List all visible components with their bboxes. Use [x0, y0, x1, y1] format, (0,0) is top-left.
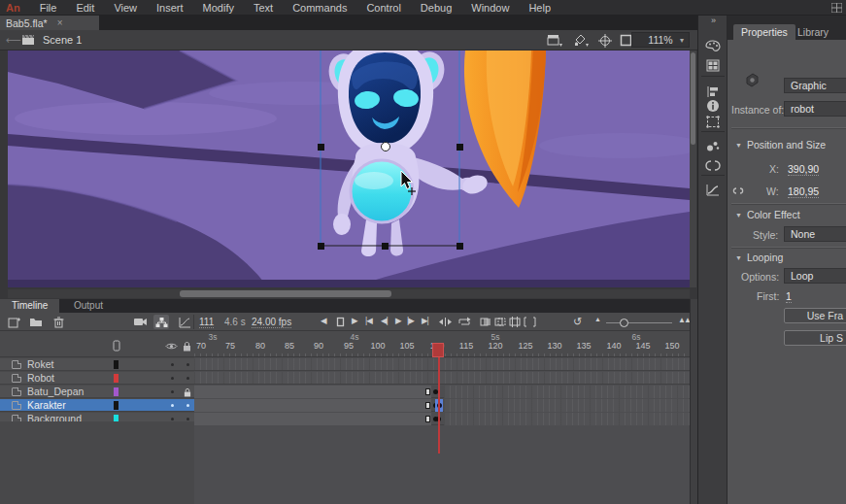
frame-span-end-marker[interactable]: [425, 402, 430, 409]
show-hide-all-layers-icon[interactable]: [165, 342, 178, 351]
layer-locked-icon[interactable]: [184, 387, 191, 397]
scrollbar-handle[interactable]: [691, 52, 695, 145]
new-layer-button[interactable]: [6, 315, 21, 329]
cc-libraries-panel-icon[interactable]: [704, 156, 722, 174]
transform-point[interactable]: [382, 143, 390, 151]
menu-text[interactable]: Text: [244, 2, 283, 14]
back-arrow-icon[interactable]: ⟵: [6, 34, 21, 47]
step-forward-frame-icon[interactable]: ▶: [352, 316, 357, 325]
selection-handle-bottom-center[interactable]: [382, 243, 389, 250]
layer-row-roket[interactable]: Roket: [0, 358, 194, 371]
timeline-frames-area[interactable]: 3s 4s 5s 6s 70 75 80 85 90 95 100 105 11…: [194, 331, 690, 504]
menu-view[interactable]: View: [104, 2, 147, 14]
section-collapse-icon[interactable]: ▼: [735, 142, 742, 149]
edit-scene-icon[interactable]: [547, 34, 562, 49]
current-frame-field[interactable]: 111: [199, 317, 214, 328]
close-document-icon[interactable]: ×: [57, 17, 63, 28]
tab-properties[interactable]: Properties: [733, 24, 795, 40]
x-value[interactable]: 390,90: [788, 163, 819, 176]
layer-lock-dot[interactable]: [186, 363, 189, 366]
frames-row-background[interactable]: [194, 413, 690, 425]
onion-skin-outlines-icon[interactable]: [492, 315, 508, 329]
w-value[interactable]: 180,95: [788, 185, 819, 198]
step-back-frame-icon[interactable]: ◀: [321, 316, 326, 325]
go-to-last-frame-button[interactable]: ▶|: [422, 316, 428, 325]
symbol-type-select[interactable]: Graphic: [784, 78, 846, 93]
layer-visibility-dot[interactable]: [171, 404, 174, 407]
layer-lock-dot[interactable]: [186, 404, 189, 407]
playhead-marker[interactable]: [432, 343, 444, 357]
instance-name-field[interactable]: robot: [784, 101, 846, 117]
menu-window[interactable]: Window: [461, 2, 519, 14]
layer-outline-color-swatch[interactable]: [114, 401, 118, 410]
center-playhead-button[interactable]: [437, 315, 453, 329]
menu-control[interactable]: Control: [356, 2, 410, 14]
stage-canvas[interactable]: [8, 50, 690, 287]
layer-outline-color-swatch[interactable]: [114, 387, 118, 396]
selection-handle-left[interactable]: [318, 144, 324, 151]
lip-syncing-button[interactable]: Lip S: [784, 330, 846, 346]
first-frame-value[interactable]: 1: [786, 290, 792, 303]
brush-library-panel-icon[interactable]: [704, 137, 722, 154]
workspace-switcher-icon[interactable]: [831, 3, 842, 13]
center-stage-icon[interactable]: [598, 34, 612, 50]
menu-help[interactable]: Help: [519, 2, 560, 14]
selection-handle-bottom-left[interactable]: [318, 243, 324, 250]
add-camera-button[interactable]: [132, 315, 148, 329]
delete-layer-button[interactable]: [51, 315, 66, 329]
edit-symbols-icon[interactable]: [573, 34, 589, 49]
step-forward-button[interactable]: |▶: [407, 316, 414, 325]
playhead-line[interactable]: [438, 357, 440, 454]
link-width-height-icon[interactable]: [729, 182, 747, 199]
motion-editor-panel-icon[interactable]: [704, 181, 722, 198]
onion-skin-icon[interactable]: [478, 315, 493, 329]
layer-row-batu-depan[interactable]: Batu_Depan: [0, 386, 194, 398]
lock-unlock-all-layers-icon[interactable]: [183, 341, 191, 352]
frame-rate-field[interactable]: 24.00 fps: [252, 317, 291, 328]
stage-horizontal-scrollbar[interactable]: [8, 289, 690, 298]
timeline-zoom-out-icon[interactable]: ▲: [594, 316, 601, 322]
show-parenting-view-button[interactable]: [153, 315, 169, 329]
color-panel-icon[interactable]: [704, 38, 722, 55]
document-tab[interactable]: Bab5.fla* ×: [0, 16, 99, 30]
timeline-vertical-scrollbar[interactable]: [690, 299, 697, 504]
menu-file[interactable]: File: [30, 2, 67, 14]
step-back-button[interactable]: ◀|: [381, 316, 388, 325]
layer-visibility-dot[interactable]: [171, 390, 174, 393]
collapse-panels-icon[interactable]: »: [711, 16, 715, 25]
frame-view-graph-button[interactable]: [177, 315, 192, 329]
loop-options-select[interactable]: Loop: [784, 268, 846, 284]
frames-row-karakter[interactable]: [194, 399, 690, 412]
modify-onion-markers-icon[interactable]: [522, 315, 537, 329]
frames-row-robot[interactable]: [194, 372, 690, 385]
new-folder-button[interactable]: [28, 315, 44, 329]
layer-visibility-dot[interactable]: [171, 418, 174, 420]
swatches-panel-icon[interactable]: [704, 56, 722, 74]
use-frame-picker-button[interactable]: Use Fra: [784, 308, 846, 323]
reset-timeline-zoom-button[interactable]: ↺: [573, 316, 582, 328]
timeline-zoom-slider-knob[interactable]: [620, 319, 628, 327]
style-select[interactable]: None: [784, 226, 846, 242]
timeline-zoom-slider[interactable]: [606, 322, 672, 323]
section-position-and-size[interactable]: ▼Position and Size: [735, 139, 826, 151]
scrollbar-handle[interactable]: [180, 290, 391, 297]
transform-panel-icon[interactable]: [704, 113, 722, 130]
edit-multiple-frames-icon[interactable]: [507, 315, 523, 329]
menu-insert[interactable]: Insert: [147, 2, 193, 14]
section-looping[interactable]: ▼Looping: [735, 252, 783, 263]
layer-row-karakter[interactable]: Karakter: [0, 399, 194, 412]
tab-timeline[interactable]: Timeline: [0, 299, 59, 313]
layer-outline-color-swatch[interactable]: [114, 360, 118, 369]
frames-row-batu-depan[interactable]: [194, 386, 690, 398]
layer-lock-dot[interactable]: [186, 377, 189, 380]
frame-span-end-marker[interactable]: [425, 416, 430, 422]
selection-handle-bottom-right[interactable]: [457, 243, 463, 250]
section-collapse-icon[interactable]: ▼: [735, 212, 742, 218]
play-button[interactable]: ▶: [395, 316, 401, 325]
layer-lock-dot[interactable]: [186, 418, 189, 420]
selection-handle-right[interactable]: [457, 144, 463, 151]
go-to-first-frame-button[interactable]: |◀: [365, 316, 372, 325]
layer-outline-color-swatch[interactable]: [114, 374, 118, 383]
menu-modify[interactable]: Modify: [193, 2, 244, 14]
section-collapse-icon[interactable]: ▼: [735, 254, 742, 261]
